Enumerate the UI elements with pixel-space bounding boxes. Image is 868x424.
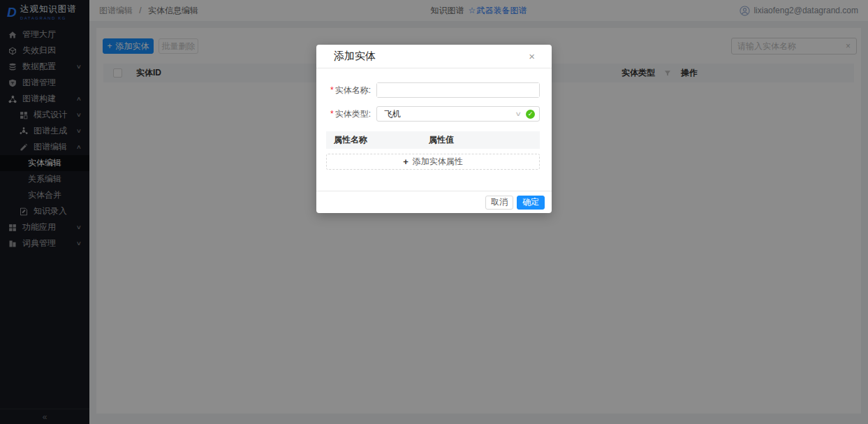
confirm-button[interactable]: 确定 <box>517 196 545 210</box>
column-attr-name: 属性名称 <box>326 134 429 146</box>
add-attribute-label: 添加实体属性 <box>413 156 463 168</box>
entity-type-row: *实体类型: 飞机 ∨ ✓ <box>326 106 540 122</box>
attribute-table-header: 属性名称 属性值 <box>326 131 540 149</box>
close-icon[interactable]: × <box>529 51 535 61</box>
modal-footer: 取消 确定 <box>316 191 552 213</box>
column-attr-value: 属性值 <box>429 134 454 146</box>
modal-title: 添加实体 <box>334 50 376 63</box>
entity-type-value: 飞机 <box>384 108 516 120</box>
modal-header: 添加实体 × <box>316 45 552 68</box>
required-asterisk: * <box>330 85 334 95</box>
entity-name-label: *实体名称: <box>326 85 371 96</box>
entity-name-input[interactable] <box>377 83 539 97</box>
add-attribute-button[interactable]: + 添加实体属性 <box>326 154 540 170</box>
entity-name-row: *实体名称: <box>326 82 540 98</box>
modal-body: *实体名称: *实体类型: 飞机 ∨ ✓ 属性名称 属性值 + 添加实体属性 <box>316 68 552 170</box>
plus-icon: + <box>403 156 409 167</box>
entity-type-select[interactable]: 飞机 ∨ ✓ <box>376 106 540 122</box>
entity-type-label: *实体类型: <box>326 108 371 120</box>
app-root: D 达观知识图谱 DATAGRAND KG 管理大厅 失效归因 数据配置 ∨ <box>0 0 868 424</box>
required-asterisk: * <box>330 109 334 119</box>
cancel-button[interactable]: 取消 <box>485 196 513 210</box>
add-entity-modal: 添加实体 × *实体名称: *实体类型: 飞机 ∨ ✓ 属性名称 属性值 <box>316 45 552 213</box>
entity-name-field-wrap <box>376 82 540 98</box>
valid-check-icon: ✓ <box>526 110 535 119</box>
chevron-down-icon: ∨ <box>515 110 522 117</box>
